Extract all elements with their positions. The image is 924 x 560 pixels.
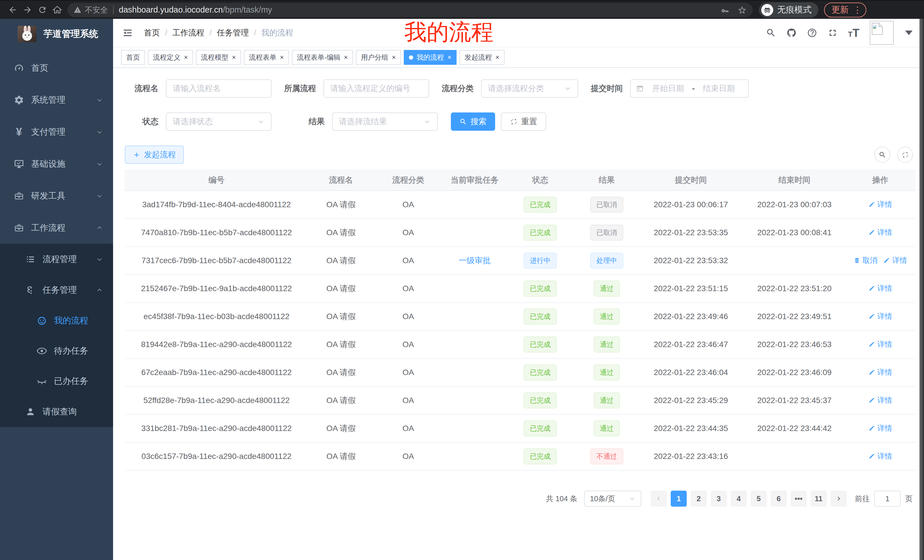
address-bar[interactable]: 不安全 dashboard.yudao.iocoder.cn/bpm/task/… bbox=[68, 3, 753, 17]
category-select[interactable]: 请选择流程分类 bbox=[481, 79, 578, 97]
breadcrumb-separator: / bbox=[210, 28, 212, 37]
close-icon[interactable]: × bbox=[344, 54, 348, 61]
result-badge: 通过 bbox=[594, 392, 620, 409]
sidebar-item-5[interactable]: 工作流程 bbox=[0, 212, 113, 244]
cancel-action-link[interactable]: 取消 bbox=[854, 256, 878, 265]
security-label[interactable]: 不安全 bbox=[85, 5, 108, 15]
page-url[interactable]: dashboard.yudao.iocoder.cn/bpm/task/my bbox=[119, 5, 272, 15]
font-size-icon[interactable]: TT bbox=[848, 27, 860, 39]
browser-update-button[interactable]: 更新 ⋮ bbox=[824, 3, 866, 17]
tab-7[interactable]: 发起流程× bbox=[459, 50, 504, 65]
breadcrumb-item[interactable]: 首页 bbox=[144, 27, 160, 38]
tab-5[interactable]: 用户分组× bbox=[356, 50, 401, 65]
page-ellipsis-button[interactable]: ••• bbox=[790, 491, 807, 507]
detail-action-link[interactable]: 详情 bbox=[868, 199, 892, 210]
next-page-button[interactable] bbox=[831, 491, 847, 507]
sidebar-subitem-1[interactable]: 任务管理 bbox=[0, 275, 113, 305]
breadcrumb-item[interactable]: 任务管理 bbox=[217, 27, 249, 38]
breadcrumb: 首页/工作流程/任务管理/我的流程 bbox=[144, 27, 293, 38]
detail-action-link[interactable]: 详情 bbox=[868, 395, 892, 405]
help-icon[interactable] bbox=[807, 28, 817, 38]
sidebar-item-1[interactable]: 系统管理 bbox=[0, 84, 113, 116]
sidebar-subitem-2[interactable]: 我的流程 bbox=[0, 305, 113, 335]
page-size-select[interactable]: 10条/页 bbox=[584, 491, 641, 507]
page-button-11[interactable]: 11 bbox=[811, 491, 826, 507]
browser-home-button[interactable] bbox=[50, 3, 64, 17]
sidebar-subitem-3[interactable]: 待办任务 bbox=[0, 335, 113, 366]
tab-3[interactable]: 流程表单× bbox=[244, 50, 289, 65]
prev-page-button[interactable] bbox=[651, 491, 667, 507]
page-button-4[interactable]: 4 bbox=[731, 491, 747, 507]
avatar[interactable] bbox=[870, 21, 894, 45]
reset-button[interactable]: 重置 bbox=[501, 112, 546, 131]
briefcase-icon bbox=[14, 223, 24, 233]
date-range-picker[interactable]: 开始日期 - 结束日期 bbox=[630, 79, 748, 97]
header-search-icon[interactable] bbox=[766, 28, 776, 38]
bookmark-star-icon[interactable] bbox=[738, 6, 746, 14]
cell-id: 67c2eaab-7b9a-11ec-a290-acde48001122 bbox=[125, 368, 308, 377]
fullscreen-icon[interactable] bbox=[828, 28, 838, 38]
window-scrollbar-edge[interactable] bbox=[920, 19, 924, 560]
close-icon[interactable]: × bbox=[392, 54, 396, 61]
browser-menu-icon[interactable]: ⋮ bbox=[853, 6, 862, 14]
close-icon[interactable]: × bbox=[232, 54, 236, 61]
close-icon[interactable]: × bbox=[495, 54, 500, 61]
edit-icon bbox=[868, 425, 875, 431]
app-logo-image bbox=[18, 26, 36, 42]
page-button-1[interactable]: 1 bbox=[671, 491, 687, 507]
browser-back-button[interactable] bbox=[5, 3, 20, 17]
tab-2[interactable]: 流程模型× bbox=[196, 50, 241, 65]
sidebar-item-0[interactable]: 首页 bbox=[0, 52, 113, 84]
detail-action-link[interactable]: 详情 bbox=[868, 283, 892, 293]
tab-6[interactable]: 我的流程× bbox=[404, 50, 457, 65]
create-process-button[interactable]: 发起流程 bbox=[125, 145, 184, 164]
chevron-down-icon bbox=[96, 160, 104, 168]
sidebar-toggle-icon[interactable] bbox=[122, 27, 134, 39]
result-select[interactable]: 请选择流结果 bbox=[332, 112, 438, 131]
chevron-down-icon bbox=[564, 85, 572, 92]
sidebar-item-4[interactable]: 研发工具 bbox=[0, 180, 113, 212]
tab-1[interactable]: 流程定义× bbox=[148, 50, 193, 65]
browser-forward-button[interactable] bbox=[20, 3, 35, 17]
refresh-table-button[interactable] bbox=[897, 147, 913, 163]
detail-action-link[interactable]: 详情 bbox=[868, 451, 892, 461]
tab-label: 流程表单 bbox=[249, 53, 276, 62]
search-button[interactable]: 搜索 bbox=[451, 112, 495, 131]
task-link[interactable]: 一级审批 bbox=[459, 256, 490, 265]
sidebar-subitem-0[interactable]: 流程管理 bbox=[0, 244, 113, 275]
page-button-5[interactable]: 5 bbox=[751, 491, 766, 507]
sidebar-subitem-4[interactable]: 已办任务 bbox=[0, 366, 113, 396]
page-button-6[interactable]: 6 bbox=[771, 491, 787, 507]
column-header: 状态 bbox=[507, 175, 574, 186]
date-start-input[interactable]: 开始日期 bbox=[644, 83, 692, 94]
detail-action-link[interactable]: 详情 bbox=[868, 311, 892, 321]
close-icon[interactable]: × bbox=[184, 54, 188, 61]
cell-actions: 详情 bbox=[847, 311, 914, 322]
page-button-2[interactable]: 2 bbox=[691, 491, 707, 507]
sidebar-subitem-5[interactable]: 请假查询 bbox=[0, 396, 113, 427]
status-select[interactable]: 请选择状态 bbox=[166, 112, 272, 131]
github-icon[interactable] bbox=[786, 28, 796, 38]
show-search-button[interactable] bbox=[874, 147, 890, 163]
breadcrumb-item[interactable]: 工作流程 bbox=[172, 27, 204, 38]
detail-action-link[interactable]: 详情 bbox=[868, 339, 892, 349]
browser-reload-button[interactable] bbox=[35, 3, 50, 17]
detail-action-link[interactable]: 详情 bbox=[883, 256, 907, 265]
name-input[interactable]: 请输入流程名 bbox=[166, 79, 272, 97]
password-key-icon[interactable] bbox=[721, 6, 729, 14]
avatar-caret-icon[interactable] bbox=[905, 30, 913, 35]
detail-action-link[interactable]: 详情 bbox=[868, 367, 892, 377]
sidebar-item-3[interactable]: 基础设施 bbox=[0, 148, 113, 180]
tab-0[interactable]: 首页 bbox=[121, 50, 145, 65]
sidebar-subitem-label: 已办任务 bbox=[54, 375, 88, 387]
sidebar-item-2[interactable]: ¥支付管理 bbox=[0, 116, 113, 148]
process-input[interactable]: 请输入流程定义的编号 bbox=[324, 79, 429, 97]
close-icon[interactable]: × bbox=[447, 54, 452, 61]
page-button-3[interactable]: 3 bbox=[711, 491, 727, 507]
detail-action-link[interactable]: 详情 bbox=[868, 228, 892, 238]
detail-action-link[interactable]: 详情 bbox=[868, 423, 892, 433]
close-icon[interactable]: × bbox=[280, 54, 284, 61]
goto-page-input[interactable]: 1 bbox=[874, 491, 901, 507]
date-end-input[interactable]: 结束日期 bbox=[695, 83, 743, 94]
tab-4[interactable]: 流程表单-编辑× bbox=[292, 50, 353, 65]
